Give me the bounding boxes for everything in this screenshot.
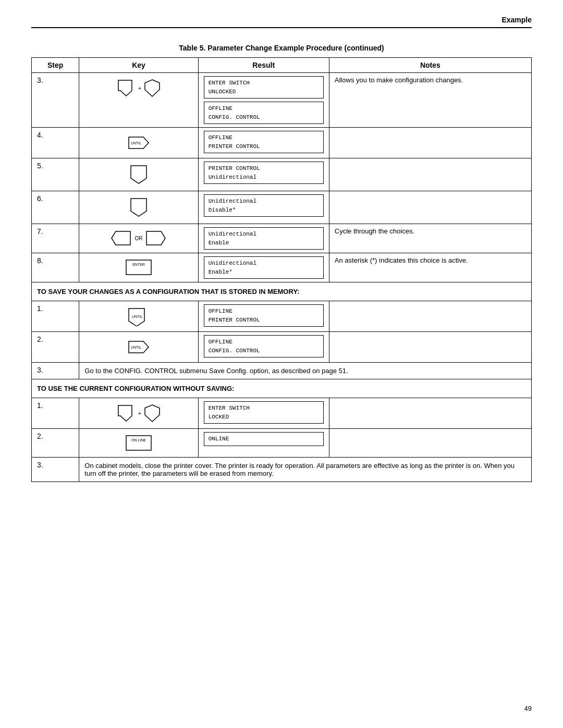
header-bar: Example <box>31 16 532 28</box>
step-8: 8. <box>32 253 79 282</box>
save-key-2: UNTIL <box>79 332 198 363</box>
key-container: + <box>84 401 192 425</box>
main-table: Step Key Result Notes 3. + <box>31 57 532 482</box>
lcd-display: ENTER SWITCHUNLOCKED <box>204 76 324 98</box>
save-key-1: UNTIL <box>79 301 198 332</box>
key-container: OR <box>84 227 192 249</box>
svg-marker-7 <box>146 231 165 245</box>
table-row: 8. ENTER UnidirectionalEnable* An <box>32 253 532 282</box>
notes-3: Allows you to make configuration changes… <box>329 73 531 128</box>
key-container: ENTER <box>84 256 192 278</box>
notes-8: An asterisk (*) indicates this choice is… <box>329 253 531 282</box>
lcd-wrap: UnidirectionalEnable <box>204 227 324 250</box>
svg-marker-14 <box>118 405 132 421</box>
result-3: ENTER SWITCHUNLOCKED OFFLINECONFIG. CONT… <box>198 73 329 128</box>
use-result-2: ONLINE <box>198 429 329 458</box>
pentagon-down-key-icon-2 <box>129 196 149 218</box>
enter-button-icon: ENTER <box>125 258 153 276</box>
col-header-notes: Notes <box>329 58 531 73</box>
col-header-step: Step <box>32 58 79 73</box>
lcd-wrap: OFFLINEPRINTER CONTROL <box>204 131 324 153</box>
lcd-display: PRINTER CONTROLUnidirectional <box>204 162 324 184</box>
key-container: UNTIL <box>84 131 192 155</box>
result-4: OFFLINEPRINTER CONTROL <box>198 128 329 158</box>
use-result-1: ENTER SWITCHLOCKED <box>198 398 329 429</box>
table-row: 2. ON LINE ONLINE <box>32 429 532 458</box>
step-6: 6. <box>32 191 79 224</box>
save-notes-1 <box>329 301 531 332</box>
key-6 <box>79 191 198 224</box>
table-row: 3. + ENTER SWITCHUNLO <box>32 73 532 128</box>
menu-key-icon-2 <box>116 403 136 423</box>
use-key-2: ON LINE <box>79 429 198 458</box>
shield-key-icon-2 <box>143 403 161 423</box>
table-row: 5. PRINTER CONTROLUnidirectional <box>32 158 532 191</box>
save-section-heading-row: TO SAVE YOUR CHANGES AS A CONFIGURATION … <box>32 282 532 301</box>
arrow-right-down-until-icon: UNTIL <box>127 337 151 357</box>
arrow-right-key-icon: UNTIL <box>127 133 151 153</box>
use-step-3: 3. <box>32 458 79 482</box>
plus-sign: + <box>138 85 141 91</box>
step-4: 4. <box>32 128 79 158</box>
svg-marker-6 <box>112 231 130 245</box>
lcd-display: UnidirectionalDisable* <box>204 194 324 217</box>
arrow-right-key-icon-2 <box>144 229 167 247</box>
use-step-1: 1. <box>32 398 79 429</box>
svg-text:UNTIL: UNTIL <box>132 315 142 318</box>
table-row: 6. UnidirectionalDisable* <box>32 191 532 224</box>
or-label: OR <box>134 236 142 241</box>
lcd-display: ENTER SWITCHLOCKED <box>204 401 324 424</box>
lcd-display-2: OFFLINECONFIG. CONTROL <box>204 102 324 124</box>
key-container <box>84 194 192 220</box>
lcd-wrap: ENTER SWITCHUNLOCKED OFFLINECONFIG. CONT… <box>204 76 324 124</box>
lcd-display: OFFLINEPRINTER CONTROL <box>204 131 324 153</box>
lcd-display: ONLINE <box>204 432 324 446</box>
lcd-wrap: OFFLINEPRINTER CONTROL <box>204 304 324 327</box>
use-notes-2 <box>329 429 531 458</box>
use-section-heading-row: TO USE THE CURRENT CONFIGURATION WITHOUT… <box>32 379 532 398</box>
lcd-display: UnidirectionalEnable <box>204 227 324 250</box>
svg-text:ON LINE: ON LINE <box>131 438 146 442</box>
result-8: UnidirectionalEnable* <box>198 253 329 282</box>
key-container: UNTIL <box>84 335 192 359</box>
table-row: 1. UNTIL OFFLINEPRINTER CONTROL <box>32 301 532 332</box>
key-container: UNTIL <box>84 304 192 328</box>
result-7: UnidirectionalEnable <box>198 224 329 253</box>
key-container: + <box>84 76 192 100</box>
online-button-icon: ON LINE <box>125 434 153 452</box>
page: Example Table 5. Parameter Change Exampl… <box>0 0 563 728</box>
svg-text:UNTIL: UNTIL <box>131 346 141 349</box>
save-step-2: 2. <box>32 332 79 363</box>
table-header-row: Step Key Result Notes <box>32 58 532 73</box>
save-para-3: Go to the CONFIG. CONTROL submenu Save C… <box>79 363 532 379</box>
lcd-wrap: PRINTER CONTROLUnidirectional <box>204 162 324 184</box>
svg-marker-4 <box>131 166 146 183</box>
result-5: PRINTER CONTROLUnidirectional <box>198 158 329 191</box>
save-step-3: 3. <box>32 363 79 379</box>
col-header-key: Key <box>79 58 198 73</box>
use-key-1: + <box>79 398 198 429</box>
lcd-wrap: OFFLINECONFIG. CONTROL <box>204 335 324 357</box>
step-7: 7. <box>32 224 79 253</box>
page-number: 49 <box>524 705 532 712</box>
key-5 <box>79 158 198 191</box>
step-5: 5. <box>32 158 79 191</box>
save-section-heading: TO SAVE YOUR CHANGES AS A CONFIGURATION … <box>32 282 532 301</box>
save-step-1: 1. <box>32 301 79 332</box>
plus-sign-2: + <box>138 410 141 416</box>
lcd-wrap: ONLINE <box>204 432 324 446</box>
use-section-heading: TO USE THE CURRENT CONFIGURATION WITHOUT… <box>32 379 532 398</box>
menu-key-icon <box>116 78 136 98</box>
svg-text:ENTER: ENTER <box>132 263 145 266</box>
save-result-1: OFFLINEPRINTER CONTROL <box>198 301 329 332</box>
lcd-wrap: UnidirectionalEnable* <box>204 256 324 279</box>
svg-marker-0 <box>118 80 132 96</box>
key-8: ENTER <box>79 253 198 282</box>
key-3: + <box>79 73 198 128</box>
table-row: 4. UNTIL OFFLINEPRINTER CONTROL <box>32 128 532 158</box>
lcd-display: OFFLINECONFIG. CONTROL <box>204 335 324 357</box>
use-step-2: 2. <box>32 429 79 458</box>
svg-marker-1 <box>145 80 160 96</box>
header-title: Example <box>501 16 532 24</box>
svg-text:UNTIL: UNTIL <box>131 141 141 145</box>
